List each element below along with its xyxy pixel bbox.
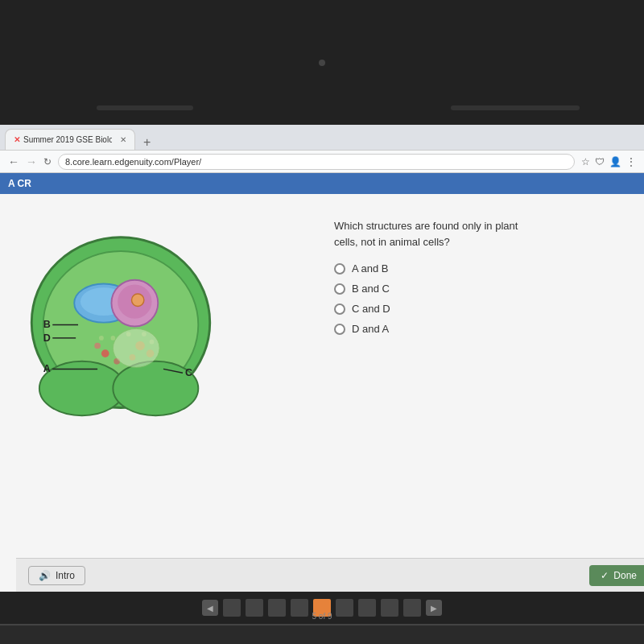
option-2-label: B and C	[352, 283, 390, 295]
option-2[interactable]: B and C	[334, 283, 628, 295]
svg-text:A: A	[43, 363, 51, 374]
screen: ✕ Summer 2019 GSE Biology A CR ✕ + ← → ↻…	[0, 125, 644, 592]
option-3[interactable]: C and D	[334, 303, 628, 315]
refresh-button[interactable]: ↻	[43, 156, 52, 167]
audio-icon: 🔊	[39, 570, 51, 581]
done-label: Done	[613, 570, 637, 581]
speaker-left	[97, 105, 193, 110]
svg-point-14	[99, 336, 104, 341]
svg-text:B: B	[43, 319, 51, 330]
profile-icon[interactable]: 👤	[609, 156, 621, 167]
shield-icon: 🛡	[595, 156, 605, 167]
browser-icons: ☆ 🛡 👤 ⋮	[581, 156, 636, 167]
plant-cell-diagram: B D A C	[16, 210, 225, 419]
svg-text:D: D	[43, 332, 51, 344]
tab-close-button[interactable]: ✕	[120, 135, 126, 144]
radio-2[interactable]	[334, 283, 345, 295]
svg-point-7	[101, 349, 109, 357]
option-4-label: D and A	[352, 323, 389, 335]
back-button[interactable]: ←	[8, 155, 19, 168]
svg-point-20	[131, 294, 143, 306]
url-input[interactable]: 8.core.learn.edgenuity.com/Player/	[58, 154, 575, 170]
intro-button[interactable]: 🔊 Intro	[28, 566, 85, 585]
radio-4[interactable]	[334, 324, 345, 335]
intro-label: Intro	[56, 570, 75, 581]
svg-text:C: C	[185, 367, 192, 378]
radio-1[interactable]	[334, 263, 345, 275]
star-icon[interactable]: ☆	[581, 156, 590, 167]
option-4[interactable]: D and A	[334, 323, 628, 335]
main-content: B D A C Which structures are found only …	[0, 194, 644, 592]
forward-button[interactable]: →	[26, 155, 37, 168]
laptop-bezel	[0, 0, 644, 125]
question-area: Which structures are found only in plant…	[334, 210, 628, 335]
taskbar: ◀ ▶ 5 of 9	[0, 592, 644, 624]
option-1[interactable]: A and B	[334, 262, 628, 275]
tab-title: Summer 2019 GSE Biology A CR	[23, 135, 112, 144]
check-icon: ✓	[601, 570, 609, 581]
answer-options: A and B B and C C and D D and A	[334, 262, 628, 335]
done-button[interactable]: ✓ Done	[589, 565, 644, 586]
browser-tab[interactable]: ✕ Summer 2019 GSE Biology A CR ✕	[5, 129, 135, 150]
svg-point-9	[94, 343, 101, 349]
svg-point-15	[113, 328, 159, 367]
diagram-container: B D A C	[16, 210, 310, 436]
address-bar: ← → ↻ 8.core.learn.edgenuity.com/Player/…	[0, 151, 644, 173]
chrome-tabs-bar: ✕ Summer 2019 GSE Biology A CR ✕ +	[0, 125, 644, 151]
app-bar: A CR	[0, 173, 644, 194]
question-text: Which structures are found only in plant…	[334, 218, 535, 250]
speaker-right	[451, 105, 580, 110]
bottom-bar: 🔊 Intro ✓ Done	[16, 558, 644, 592]
url-text: 8.core.learn.edgenuity.com/Player/	[65, 157, 201, 167]
webcam	[319, 60, 325, 66]
page-indicator: 5 of 9	[0, 612, 644, 621]
new-tab-button[interactable]: +	[138, 135, 155, 150]
tab-favicon: ✕	[14, 135, 20, 144]
svg-point-12	[110, 336, 115, 341]
radio-3[interactable]	[334, 303, 345, 315]
laptop-bottom-bezel	[0, 624, 644, 644]
menu-icon[interactable]: ⋮	[626, 156, 636, 167]
option-1-label: A and B	[352, 262, 389, 275]
app-bar-title: A CR	[8, 178, 31, 189]
option-3-label: C and D	[352, 303, 390, 315]
